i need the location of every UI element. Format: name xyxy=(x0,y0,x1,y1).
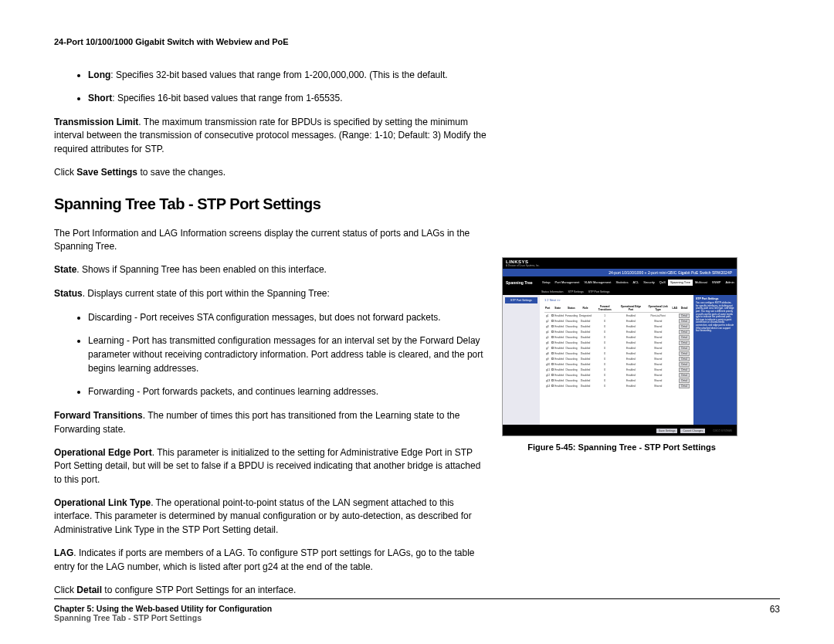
ss-nav-item[interactable]: Spanning Tree xyxy=(668,280,693,286)
table-row: g5 EnabledDiscardingDisabled0EnabledShar… xyxy=(544,334,690,340)
ss-table-cell: Detail xyxy=(678,329,690,334)
ss-table-cell: Disabled xyxy=(578,378,592,383)
ss-table-cell: g9 xyxy=(544,356,551,361)
ss-detail-button[interactable]: Detail xyxy=(679,330,690,334)
ss-checkbox[interactable] xyxy=(551,347,554,349)
table-row: g3 EnabledDiscardingDisabled0EnabledShar… xyxy=(544,324,690,329)
ss-checkbox[interactable] xyxy=(551,358,554,360)
ss-detail-button[interactable]: Detail xyxy=(679,351,690,356)
ss-save-button[interactable]: Save Settings xyxy=(656,429,678,433)
ss-sidebar: STP Port Settings xyxy=(503,295,540,425)
ss-detail-button[interactable]: Detail xyxy=(679,362,690,367)
ss-nav-item[interactable]: Admin xyxy=(723,280,736,286)
ss-detail-button[interactable]: Detail xyxy=(679,341,690,345)
ss-detail-button[interactable]: Detail xyxy=(679,314,690,318)
ss-detail-button[interactable]: Detail xyxy=(679,346,690,351)
ss-table-cell xyxy=(672,329,679,334)
ss-table-cell: Point-to-Point xyxy=(645,313,672,318)
ss-checkbox[interactable] xyxy=(551,341,554,344)
ss-table-cell: Discarding xyxy=(564,334,578,340)
ss-table-cell: Discarding xyxy=(564,378,578,383)
ss-table-cell: Discarding xyxy=(564,329,578,334)
ss-help-title: STP Port Settings xyxy=(696,297,734,300)
ss-table-cell: Shared xyxy=(645,340,672,345)
ss-checkbox[interactable] xyxy=(551,352,554,354)
table-row: g6 EnabledDiscardingDisabled0EnabledShar… xyxy=(544,340,690,345)
ss-table-cell xyxy=(672,345,679,351)
ss-nav-item[interactable]: ACL xyxy=(630,280,641,286)
ss-table-cell: Enabled xyxy=(551,361,564,367)
ss-checkbox[interactable] xyxy=(551,325,554,327)
ss-table-cell: Disabled xyxy=(578,383,592,388)
ss-detail-button[interactable]: Detail xyxy=(679,378,690,383)
table-row: g1 EnabledForwardingDesignated1EnabledPo… xyxy=(544,313,690,318)
ss-table-cell: Detail xyxy=(678,334,690,340)
click-save-bold: Save Settings xyxy=(76,167,137,178)
ss-checkbox[interactable] xyxy=(551,363,554,365)
ss-checkbox[interactable] xyxy=(551,320,554,322)
ss-subnav-item[interactable]: STP Settings xyxy=(568,290,583,293)
ss-nav-item[interactable]: SNMP xyxy=(710,280,724,286)
ss-table-header: Status xyxy=(564,304,578,313)
ss-nav-item[interactable]: QoS xyxy=(657,280,668,286)
ss-nav-item[interactable]: VLAN Management xyxy=(581,280,613,286)
ss-detail-button[interactable]: Detail xyxy=(679,373,690,378)
ss-nav-item[interactable]: Security xyxy=(641,280,656,286)
ss-table-cell: Detail xyxy=(678,372,690,378)
ss-table-cell xyxy=(672,361,679,367)
ss-table-cell: Shared xyxy=(645,383,672,388)
ss-table-cell: 0 xyxy=(592,356,617,361)
ss-detail-button[interactable]: Detail xyxy=(679,319,690,324)
ss-table-cell: Enabled xyxy=(617,361,644,367)
ss-subnav-item[interactable]: Status Information xyxy=(541,290,563,293)
ss-checkbox[interactable] xyxy=(551,330,554,333)
ss-checkbox[interactable] xyxy=(551,385,554,387)
ss-table-cell: Discarding xyxy=(564,345,578,351)
status-bullet-list: Discarding - Port receives STA configura… xyxy=(54,310,486,398)
ss-table-cell: Detail xyxy=(678,345,690,351)
ss-cancel-button[interactable]: Cancel Changes xyxy=(680,429,705,433)
ss-table-cell: Shared xyxy=(645,361,672,367)
ss-footer: Save Settings Cancel Changes CISCO SYSTE… xyxy=(503,425,737,436)
ss-checkbox[interactable] xyxy=(551,374,554,376)
ss-table-cell: 0 xyxy=(592,351,617,356)
click-detail-post: to configure STP Port Settings for an in… xyxy=(102,585,296,595)
ss-table-cell: Disabled xyxy=(578,367,592,372)
ss-nav-item[interactable]: Multicast xyxy=(693,280,710,286)
ss-nav-item[interactable]: Port Management xyxy=(553,280,582,286)
ss-table-cell: Enabled xyxy=(551,351,564,356)
ss-table-header: Role xyxy=(578,304,592,313)
ss-checkbox[interactable] xyxy=(551,379,554,381)
ss-detail-button[interactable]: Detail xyxy=(679,368,690,372)
ss-detail-button[interactable]: Detail xyxy=(679,335,690,340)
ss-table-cell xyxy=(672,378,679,383)
ss-checkbox[interactable] xyxy=(551,336,554,338)
ss-checkbox[interactable] xyxy=(551,314,554,317)
status-bold: Status xyxy=(54,288,83,299)
ss-nav-item[interactable]: Statistics xyxy=(613,280,630,286)
ss-table-cell xyxy=(672,334,679,340)
ss-subnav-item[interactable]: STP Port Settings xyxy=(588,290,610,293)
ss-table-cell: Disabled xyxy=(578,334,592,340)
ss-table-cell: g2 xyxy=(544,318,551,324)
ss-detail-button[interactable]: Detail xyxy=(679,357,690,361)
state-bold: State xyxy=(54,264,76,275)
ss-table-cell xyxy=(672,372,679,378)
ss-table-cell: g5 xyxy=(544,334,551,340)
ss-table-cell: 0 xyxy=(592,367,617,372)
ss-nav-item[interactable]: Setup xyxy=(540,280,552,286)
ss-table-cell: Discarding xyxy=(564,367,578,372)
ss-detail-button[interactable]: Detail xyxy=(679,324,690,329)
transmission-limit-bold: Transmission Limit xyxy=(54,117,138,127)
ss-table-cell: Shared xyxy=(645,329,672,334)
ss-table-cell: Shared xyxy=(645,356,672,361)
ss-table-cell: 0 xyxy=(592,334,617,340)
ss-table-cell: Enabled xyxy=(551,367,564,372)
ss-table-cell: 0 xyxy=(592,383,617,388)
ss-detail-button[interactable]: Detail xyxy=(679,384,690,388)
ss-table-cell: 1 xyxy=(592,313,617,318)
ss-checkbox[interactable] xyxy=(551,368,554,371)
ss-help-text: You can configure RSTP attributes for sp… xyxy=(696,302,734,333)
ss-table-cell: 0 xyxy=(592,340,617,345)
status-bullet-learning: Learning - Port has transmitted configur… xyxy=(88,334,486,375)
